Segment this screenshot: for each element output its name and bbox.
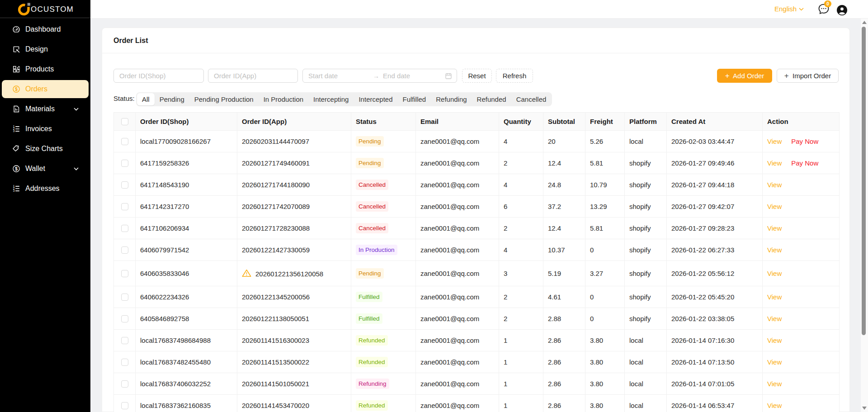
svg-text:3: 3 — [13, 189, 15, 192]
svg-text:3: 3 — [13, 129, 15, 133]
svg-text:$: $ — [15, 87, 18, 92]
svg-text:$: $ — [15, 166, 18, 171]
